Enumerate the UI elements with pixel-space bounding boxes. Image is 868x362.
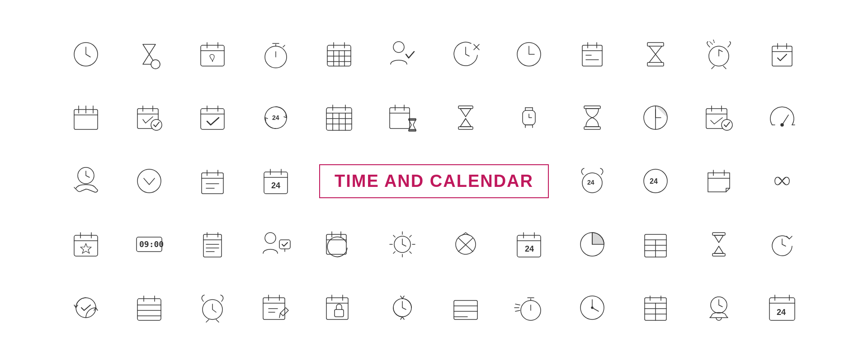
svg-rect-4	[201, 45, 224, 66]
calendar-check-small-icon	[757, 29, 807, 79]
svg-rect-74	[458, 106, 473, 109]
calendar-check2-icon	[694, 93, 744, 143]
svg-line-197	[515, 304, 520, 305]
svg-rect-32	[647, 43, 664, 46]
clock-face-icon	[567, 283, 617, 333]
svg-line-145	[393, 235, 395, 237]
clock-icon	[61, 29, 111, 79]
sync-check-icon	[61, 283, 111, 333]
calendar-month-icon	[314, 93, 364, 143]
smartwatch-icon	[504, 93, 554, 143]
svg-line-93	[782, 115, 788, 125]
appointment-icon	[377, 29, 427, 79]
svg-marker-123	[80, 243, 91, 253]
svg-rect-165	[712, 253, 725, 256]
svg-text:09:00: 09:00	[139, 239, 164, 249]
speeding-stopwatch-icon	[504, 283, 554, 333]
svg-line-198	[515, 310, 520, 311]
svg-line-36	[719, 50, 722, 52]
svg-text:24: 24	[525, 244, 534, 253]
svg-text:24: 24	[271, 181, 280, 190]
calendar-lock-icon	[314, 283, 364, 333]
svg-rect-187	[335, 310, 344, 317]
svg-text:24: 24	[650, 177, 658, 185]
notepad-icon	[188, 219, 237, 269]
svg-line-175	[216, 319, 219, 322]
svg-line-146	[410, 252, 411, 253]
svg-rect-26	[582, 45, 602, 66]
icon-grid: 24	[57, 25, 811, 337]
calendar-star-icon	[61, 219, 111, 269]
calendar-24-alt-icon: 24	[504, 219, 554, 269]
svg-rect-136	[326, 234, 346, 254]
svg-point-98	[137, 169, 161, 193]
hourglass-slim-icon	[694, 219, 744, 269]
svg-rect-119	[74, 235, 98, 256]
calendar-page-icon	[567, 29, 617, 79]
hand-clock-icon	[61, 156, 111, 206]
svg-point-200	[591, 307, 593, 309]
flat-calendar-icon	[441, 283, 491, 333]
circle-chevron-down-icon	[124, 156, 174, 206]
person-check-bubble-icon	[251, 219, 301, 269]
stopwatch-icon	[251, 29, 301, 79]
alarm-clock-icon	[188, 283, 237, 333]
title-box: TIME AND CALENDAR	[319, 164, 549, 198]
calendar-pen-icon	[251, 283, 301, 333]
page-title: TIME AND CALENDAR	[335, 171, 533, 191]
svg-text:24: 24	[587, 179, 594, 186]
main-container: 24	[27, 14, 841, 348]
calendar-grid-icon	[314, 29, 364, 79]
calendar-clock-icon	[314, 219, 364, 269]
calendar-done-icon	[124, 93, 174, 143]
svg-rect-75	[458, 127, 473, 129]
clock-simple-icon	[504, 29, 554, 79]
svg-line-37	[710, 42, 712, 44]
alarm-24-icon: 24	[567, 156, 617, 206]
calendar-hourglass-icon	[377, 93, 427, 143]
hourglass-large-icon	[631, 29, 680, 79]
bell-clock-icon	[694, 283, 744, 333]
pie-timer-icon	[567, 219, 617, 269]
svg-rect-53	[201, 109, 224, 129]
svg-rect-167	[137, 299, 161, 320]
calendar-24-final-icon: 24	[757, 283, 807, 333]
svg-rect-134	[279, 240, 290, 249]
svg-line-76	[464, 119, 466, 121]
svg-point-94	[781, 124, 783, 126]
svg-line-147	[410, 235, 411, 237]
notepad-calendar-icon	[61, 93, 111, 143]
svg-rect-164	[712, 233, 725, 235]
svg-rect-84	[584, 106, 600, 109]
svg-line-182	[279, 313, 280, 318]
digital-clock-icon: 09:00	[124, 219, 174, 269]
svg-line-148	[393, 252, 395, 253]
calendar-24-icon: 24	[251, 156, 301, 206]
calendar-heart-icon	[188, 29, 237, 79]
hourglass-sand-icon	[567, 93, 617, 143]
svg-line-12	[283, 45, 285, 47]
stamp-calendar-icon	[441, 219, 491, 269]
tearoff-calendar-icon	[188, 156, 237, 206]
alarm-ringing-icon	[694, 29, 744, 79]
svg-rect-68	[390, 108, 410, 129]
svg-text:24: 24	[272, 114, 279, 121]
half-clock-icon	[631, 93, 680, 143]
24h-cycle-icon: 24	[251, 93, 301, 143]
clock-24-icon: 24	[631, 156, 680, 206]
svg-point-22	[393, 42, 404, 52]
calendar-check-icon	[188, 93, 237, 143]
svg-rect-33	[647, 62, 664, 66]
calendar-torn-icon	[694, 156, 744, 206]
svg-text:24: 24	[777, 308, 786, 317]
svg-rect-183	[326, 298, 348, 319]
title-cell: TIME AND CALENDAR	[310, 156, 558, 206]
svg-line-38	[713, 40, 714, 43]
clock-x-icon	[441, 29, 491, 79]
infinity-x-icon	[757, 156, 807, 206]
hourglass-animated-icon	[441, 93, 491, 143]
speedometer-icon	[757, 93, 807, 143]
svg-line-174	[206, 319, 209, 322]
svg-point-3	[151, 60, 160, 69]
svg-rect-99	[202, 173, 223, 194]
